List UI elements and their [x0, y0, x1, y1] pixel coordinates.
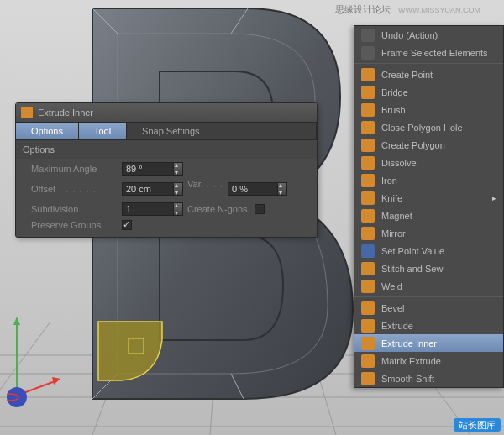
- spinner-subdivision[interactable]: [174, 202, 183, 216]
- create-point-icon: [361, 68, 375, 81]
- tab-snap-settings[interactable]: Snap Settings: [127, 123, 317, 139]
- chevron-right-icon: ▸: [492, 194, 496, 202]
- menu-separator: [354, 296, 503, 297]
- menu-close-poly-label: Close Polygon Hole: [381, 123, 463, 133]
- context-menu[interactable]: Undo (Action) Frame Selected Elements Cr…: [354, 25, 504, 388]
- menu-set-point-label: Set Point Value: [381, 246, 444, 256]
- extrude-inner-icon: [361, 337, 375, 350]
- watermark-sub: WWW.MISSYUAN.COM: [398, 6, 480, 14]
- spinner-var[interactable]: [278, 182, 287, 196]
- menu-stitch-label: Stitch and Sew: [381, 264, 443, 274]
- menu-extrude-label: Extrude: [381, 321, 413, 331]
- iron-icon: [361, 174, 375, 187]
- menu-mirror[interactable]: Mirror: [354, 224, 503, 242]
- menu-create-poly-label: Create Polygon: [381, 140, 445, 150]
- menu-magnet-label: Magnet: [381, 211, 412, 221]
- menu-knife-label: Knife: [381, 193, 402, 203]
- bridge-icon: [361, 86, 375, 99]
- panel-tabs: Options Tool Snap Settings: [16, 123, 317, 140]
- set-point-icon: [361, 244, 375, 258]
- frame-icon: [361, 46, 375, 60]
- label-subdivision: Subdivision: [31, 204, 122, 214]
- watermark-bubble: 站长图库: [454, 418, 501, 432]
- tab-tool[interactable]: Tool: [79, 123, 127, 139]
- menu-brush-label: Brush: [381, 105, 406, 115]
- magnet-icon: [361, 209, 375, 223]
- label-max-angle: Maximum Angle: [31, 164, 122, 174]
- create-poly-icon: [361, 139, 375, 152]
- menu-bridge[interactable]: Bridge: [354, 83, 503, 101]
- spinner-max-angle[interactable]: [174, 162, 183, 176]
- menu-bevel[interactable]: Bevel: [354, 299, 503, 317]
- menu-brush[interactable]: Brush: [354, 101, 503, 118]
- menu-iron[interactable]: Iron: [354, 171, 503, 189]
- menu-extrude-inner-label: Extrude Inner: [381, 338, 437, 349]
- menu-set-point[interactable]: Set Point Value: [354, 242, 503, 259]
- label-offset: Offset: [31, 184, 122, 194]
- menu-frame-selected[interactable]: Frame Selected Elements: [354, 44, 503, 61]
- menu-frame-label: Frame Selected Elements: [381, 48, 488, 58]
- undo-icon: [361, 29, 375, 42]
- menu-stitch[interactable]: Stitch and Sew: [354, 259, 503, 277]
- menu-close-poly[interactable]: Close Polygon Hole: [354, 118, 503, 136]
- label-create-ngons: Create N-gons: [187, 204, 248, 214]
- menu-weld-label: Weld: [381, 281, 402, 291]
- viewport-3d: 思缘设计论坛 WWW.MISSYUAN.COM Extrude Inner Op…: [0, 0, 504, 435]
- menu-create-poly[interactable]: Create Polygon: [354, 136, 503, 154]
- extrude-inner-panel[interactable]: Extrude Inner Options Tool Snap Settings…: [15, 102, 318, 238]
- menu-bridge-label: Bridge: [381, 87, 408, 97]
- extrude-icon: [361, 319, 375, 333]
- watermark-text: 思缘设计论坛: [335, 4, 391, 14]
- close-poly-icon: [361, 121, 375, 134]
- smooth-shift-icon: [361, 372, 375, 385]
- menu-smooth-shift-label: Smooth Shift: [381, 374, 434, 384]
- menu-create-point[interactable]: Create Point: [354, 66, 503, 83]
- menu-knife[interactable]: Knife▸: [354, 189, 503, 207]
- svg-point-14: [7, 387, 27, 407]
- label-var: Var.: [187, 179, 228, 199]
- menu-matrix-extrude-label: Matrix Extrude: [381, 356, 441, 366]
- input-var[interactable]: 0 %: [228, 182, 278, 196]
- tab-options[interactable]: Options: [16, 123, 79, 139]
- menu-iron-label: Iron: [381, 176, 397, 186]
- menu-dissolve-label: Dissolve: [381, 158, 417, 168]
- checkbox-preserve-groups[interactable]: [122, 220, 132, 230]
- dissolve-icon: [361, 156, 375, 170]
- weld-icon: [361, 280, 375, 293]
- watermark-bottom: 站长图库: [454, 419, 501, 432]
- menu-weld[interactable]: Weld: [354, 277, 503, 295]
- bevel-icon: [361, 301, 375, 315]
- menu-magnet[interactable]: Magnet: [354, 207, 503, 224]
- menu-extrude[interactable]: Extrude: [354, 317, 503, 334]
- checkbox-create-ngons[interactable]: [255, 204, 265, 214]
- menu-mirror-label: Mirror: [381, 228, 406, 238]
- knife-icon: [361, 191, 375, 205]
- stitch-icon: [361, 262, 375, 275]
- menu-undo[interactable]: Undo (Action): [354, 26, 503, 44]
- menu-separator: [354, 63, 503, 64]
- spinner-offset[interactable]: [174, 182, 183, 196]
- menu-create-point-label: Create Point: [381, 70, 433, 80]
- menu-undo-label: Undo (Action): [381, 30, 438, 40]
- menu-matrix-extrude[interactable]: Matrix Extrude: [354, 352, 503, 369]
- matrix-extrude-icon: [361, 354, 375, 368]
- input-max-angle[interactable]: 89 °: [122, 162, 174, 176]
- input-offset[interactable]: 20 cm: [122, 182, 174, 196]
- menu-extrude-inner[interactable]: Extrude Inner: [354, 334, 503, 352]
- section-options: Options: [16, 140, 317, 159]
- menu-dissolve[interactable]: Dissolve: [354, 154, 503, 171]
- menu-bevel-label: Bevel: [381, 303, 405, 313]
- menu-smooth-shift[interactable]: Smooth Shift: [354, 369, 503, 387]
- brush-icon: [361, 103, 375, 117]
- svg-marker-13: [52, 377, 60, 385]
- panel-titlebar[interactable]: Extrude Inner: [16, 103, 317, 123]
- input-subdivision[interactable]: 1: [122, 202, 174, 216]
- mirror-icon: [361, 227, 375, 240]
- label-preserve-groups: Preserve Groups: [31, 220, 122, 230]
- axis-gizmo[interactable]: [7, 313, 61, 410]
- panel-title-text: Extrude Inner: [38, 107, 93, 118]
- extrude-inner-icon: [21, 107, 33, 118]
- fields-grid: Maximum Angle 89 ° Offset 20 cm Var. 0 %…: [16, 159, 317, 237]
- svg-marker-11: [13, 317, 20, 325]
- watermark-top: 思缘设计论坛 WWW.MISSYUAN.COM: [335, 3, 480, 16]
